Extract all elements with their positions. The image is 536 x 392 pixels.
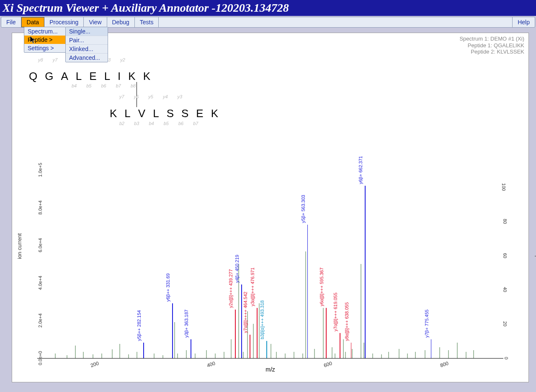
residue: L	[104, 70, 110, 83]
background-peak	[206, 350, 207, 358]
frag-label: b4	[72, 83, 77, 88]
residue: L	[76, 70, 82, 83]
frag-label: y7	[119, 94, 124, 99]
background-peak	[101, 354, 102, 358]
menu-file[interactable]: File	[1, 17, 21, 27]
background-peak	[466, 352, 466, 358]
peak-label: y2α[β]+++ 439.277	[228, 269, 233, 308]
residue: S	[181, 107, 188, 120]
frag-label: y2	[120, 57, 125, 62]
residue: K	[143, 70, 150, 83]
frag-label: b2	[119, 121, 124, 126]
annotated-peak[interactable]	[235, 310, 236, 358]
peak-label: b3β[α]+++ 493.318	[260, 300, 265, 339]
x-tick: 600	[323, 360, 332, 369]
menu-help[interactable]: Help	[512, 17, 535, 27]
menu-tests[interactable]: Tests	[135, 17, 159, 27]
window-title: Xi Spectrum Viewer + Auxiliary Annotator…	[3, 1, 289, 15]
submenu-single[interactable]: Single...	[66, 27, 108, 36]
residue: K	[110, 107, 117, 120]
frag-labels-bottom-y: y7y6y5y4y3	[119, 94, 182, 99]
background-peak	[294, 352, 294, 358]
chart-area: Spectrum 1: DEMO #1 (Xi) Peptide 1: QGAL…	[12, 33, 529, 382]
submenu-pair[interactable]: Pair...	[66, 36, 108, 44]
background-peak	[361, 264, 361, 358]
frag-label: b5	[86, 83, 91, 88]
menu-debug[interactable]: Debug	[107, 17, 135, 27]
residue: K	[211, 107, 218, 120]
annotated-peak[interactable]	[172, 303, 173, 358]
background-peak	[425, 350, 425, 358]
residue: E	[89, 70, 96, 83]
annotated-peak[interactable]	[326, 308, 327, 358]
residue: A	[61, 70, 68, 83]
submenu-spectrum[interactable]: Spectrum...	[24, 27, 65, 36]
annotated-peak[interactable]	[340, 333, 340, 358]
sequence-bottom: KLVLSSEK	[110, 107, 218, 120]
info-spectrum: Spectrum 1: DEMO #1 (Xi)	[459, 36, 524, 42]
background-peak	[93, 354, 93, 358]
annotated-peak[interactable]	[191, 339, 191, 358]
annotated-peak[interactable]	[250, 335, 250, 358]
background-peak	[314, 349, 315, 359]
peptide-submenu: Single... Pair... Xlinked... Advanced...	[65, 27, 108, 62]
background-peak	[439, 347, 440, 358]
annotated-peak[interactable]	[241, 284, 242, 358]
annotated-peak[interactable]	[351, 343, 352, 359]
frag-labels-bottom-b: b2b3b4b5b6b7	[119, 121, 198, 126]
sequence-diagram: y8y7y6y5y3y2 QGALELIKK b4b5b6b7b8 y7y6y5…	[29, 70, 218, 120]
frag-label: y7	[53, 57, 58, 62]
menu-view[interactable]: View	[84, 17, 107, 27]
residue: Q	[29, 70, 37, 83]
residue: I	[118, 70, 121, 83]
x-tick: 400	[206, 360, 216, 369]
menu-bar: File Data Processing View Debug Tests He…	[1, 17, 535, 28]
peak-label: y5β++ 282.154	[137, 310, 142, 341]
residue: L	[153, 107, 159, 120]
peak-label: y3α[β]+++ 476.971	[250, 267, 255, 306]
residue: E	[196, 107, 203, 120]
peak-label: y3β+ 363.187	[184, 310, 189, 338]
annotated-peak[interactable]	[431, 339, 432, 358]
peak-label: y7α[β]++++ 464.542	[243, 292, 248, 333]
residue: L	[124, 107, 130, 120]
frag-label: b5	[164, 121, 169, 126]
menu-processing[interactable]: Processing	[44, 17, 84, 27]
annotated-peak[interactable]	[365, 186, 366, 359]
y-tick-right: 20	[502, 321, 508, 326]
annotated-peak[interactable]	[143, 343, 144, 359]
background-peak	[332, 347, 332, 358]
peak-label: y5β+ 563.303	[301, 195, 306, 223]
submenu-settings[interactable]: Settings >	[24, 44, 65, 52]
submenu-xlinked[interactable]: Xlinked...	[66, 44, 108, 53]
background-peak	[253, 324, 254, 359]
background-peak	[305, 251, 306, 358]
spectrum-plot[interactable]: y5β++ 282.154y6β++ 331.69y3β+ 363.187y2α…	[37, 170, 503, 359]
background-peak	[271, 344, 271, 358]
frag-label: b6	[101, 83, 106, 88]
background-peak	[177, 354, 178, 358]
frag-label: b7	[193, 121, 198, 126]
sequence-top: QGALELIKK	[29, 70, 218, 83]
frag-label: y6	[134, 94, 139, 99]
x-axis-label: m/z	[265, 366, 275, 373]
background-peak	[83, 352, 84, 358]
x-tick: 200	[90, 360, 99, 369]
background-peak	[407, 354, 408, 358]
residue: K	[128, 70, 135, 83]
peak-label: y7α[β]+++ 619.055	[333, 292, 338, 331]
y-tick-left: 4.0e+4	[38, 276, 43, 290]
peak-label: y7β+ 775.455	[424, 310, 429, 338]
y-tick-right: 100	[501, 183, 506, 191]
x-tick: 800	[439, 360, 449, 369]
annotated-peak[interactable]	[307, 225, 308, 358]
menu-data[interactable]: Data	[21, 17, 45, 27]
background-peak	[323, 308, 324, 358]
y-tick-left: 2.0e+4	[38, 313, 43, 328]
submenu-peptide[interactable]: Peptide >	[24, 36, 65, 44]
annotated-peak[interactable]	[257, 308, 258, 358]
peak-label: y6β++ 331.69	[165, 273, 170, 302]
annotated-peak[interactable]	[266, 341, 267, 358]
submenu-advanced[interactable]: Advanced...	[66, 53, 108, 62]
frag-label: b8	[131, 83, 136, 88]
